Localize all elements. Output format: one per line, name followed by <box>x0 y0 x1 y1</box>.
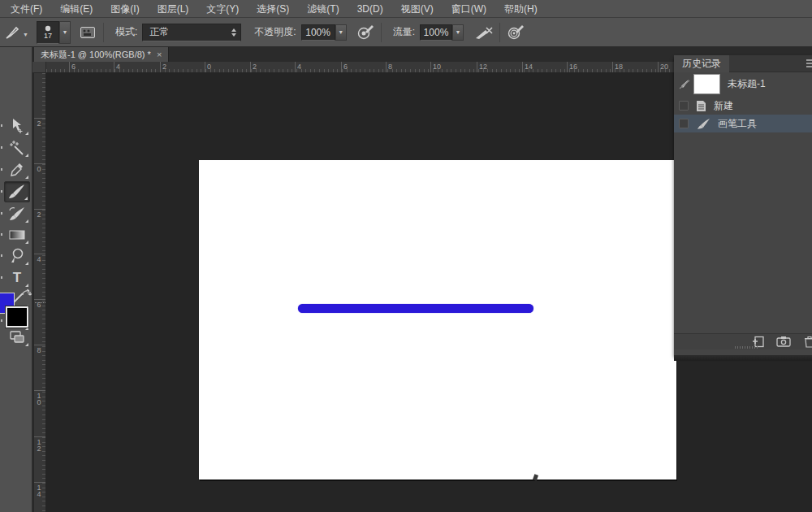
ruler-number: 14 <box>525 63 533 71</box>
ruler-tick <box>522 62 523 73</box>
menu-item-10[interactable]: 帮助(H) <box>495 0 546 18</box>
menu-item-2[interactable]: 图像(I) <box>102 0 148 18</box>
dodge-tool[interactable] <box>4 245 30 267</box>
pressure-opacity-icon[interactable] <box>355 22 376 43</box>
ruler-number: 2 <box>36 211 42 218</box>
ruler-number: 10 <box>433 63 441 71</box>
pressure-size-icon[interactable] <box>505 22 526 43</box>
move-tool[interactable] <box>4 115 30 137</box>
photoshop-window: 文件(F)编辑(E)图像(I)图层(L)文字(Y)选择(S)滤镜(T)3D(D)… <box>0 0 812 512</box>
tool-slot-dot <box>1 319 2 322</box>
brush-preset-picker[interactable]: 17 <box>37 21 59 44</box>
screen-mode-icon[interactable] <box>4 327 30 348</box>
history-entry-label: 画笔工具 <box>718 117 757 131</box>
brush-size-value: 17 <box>44 33 52 40</box>
tool-preset-brush-icon[interactable] <box>2 22 23 43</box>
options-separator <box>103 23 104 42</box>
document-canvas[interactable] <box>199 160 676 479</box>
ruler-tick <box>160 62 161 73</box>
ruler-tick <box>295 62 296 73</box>
flow-input[interactable]: 100% <box>420 24 452 41</box>
tool-slot-dot <box>1 168 2 171</box>
snapshot-thumbnail <box>693 74 720 94</box>
tool-group-corner <box>24 197 28 200</box>
ruler-tick <box>34 254 46 254</box>
history-entry-0[interactable]: 未标题-1 <box>674 72 812 97</box>
new-document-from-state-icon[interactable] <box>752 336 765 351</box>
ruler-tick <box>386 62 387 73</box>
history-source-checkbox[interactable] <box>679 119 689 128</box>
ruler-tick <box>477 62 477 73</box>
panel-shadow <box>674 355 812 361</box>
history-panel: 历史记录 未标题-1新建画笔工具 <box>674 55 812 355</box>
tool-slot-dot <box>1 146 2 149</box>
eyedropper-tool[interactable] <box>4 159 30 180</box>
history-panel-tab[interactable]: 历史记录 <box>674 55 729 72</box>
flow-arrow[interactable]: ▼ <box>452 24 464 41</box>
swap-colors-icon[interactable] <box>21 287 32 302</box>
menu-item-1[interactable]: 编辑(E) <box>51 0 102 18</box>
history-brush-tool[interactable] <box>4 203 30 224</box>
type-tool[interactable]: T <box>4 267 30 289</box>
ruler-tick <box>34 163 46 164</box>
ruler-number: 12 <box>479 63 487 71</box>
opacity-label: 不透明度: <box>254 25 296 39</box>
menu-item-9[interactable]: 窗口(W) <box>443 0 495 18</box>
menu-item-8[interactable]: 视图(V) <box>392 0 443 18</box>
ruler-tick <box>34 390 46 391</box>
panel-resize-grip[interactable] <box>735 346 758 349</box>
toggle-brush-panel-icon[interactable] <box>77 22 98 43</box>
magic-wand-tool[interactable] <box>4 137 30 158</box>
ruler-tick <box>34 118 46 119</box>
blend-mode-value: 正常 <box>149 25 169 39</box>
brush-tool[interactable] <box>4 181 30 202</box>
ruler-tick <box>34 436 46 437</box>
ruler-tick <box>250 62 251 73</box>
history-panel-header: 历史记录 <box>674 55 812 72</box>
flow-label: 流量: <box>393 25 415 39</box>
menu-item-0[interactable]: 文件(F) <box>2 0 51 18</box>
ruler-tick <box>430 62 431 73</box>
ruler-number: 6 <box>71 63 76 71</box>
ruler-number: 6 <box>36 302 42 308</box>
menu-item-3[interactable]: 图层(L) <box>149 0 198 18</box>
menu-item-6[interactable]: 滤镜(T) <box>298 0 348 18</box>
ruler-number: 16 <box>569 63 577 71</box>
blend-mode-select[interactable]: 正常 <box>142 24 241 41</box>
history-entry-1[interactable]: 新建 <box>674 97 812 115</box>
menu-item-5[interactable]: 选择(S) <box>248 0 298 18</box>
tool-slot-dot <box>1 276 2 279</box>
menu-item-4[interactable]: 文字(Y) <box>197 0 248 18</box>
ruler-tick <box>114 62 114 73</box>
menu-item-7[interactable]: 3D(D) <box>348 0 392 18</box>
options-separator <box>381 23 382 42</box>
brush-picker-arrow[interactable]: ▼ <box>59 21 71 44</box>
history-entry-2[interactable]: 画笔工具 <box>674 115 812 132</box>
panel-menu-icon[interactable] <box>806 59 812 68</box>
history-entry-label: 未标题-1 <box>728 77 766 91</box>
ruler-number: 2 <box>253 63 257 71</box>
tab-close-icon[interactable]: × <box>157 50 162 59</box>
tool-group-corner <box>25 132 28 135</box>
history-source-icon[interactable] <box>678 79 691 90</box>
document-tab-title: 未标题-1 @ 100%(RGB/8) * <box>41 49 151 61</box>
tool-preset-arrow-icon[interactable]: ▼ <box>23 32 28 37</box>
background-color-swatch[interactable] <box>6 306 28 328</box>
new-snapshot-camera-icon[interactable] <box>776 336 791 350</box>
delete-state-trash-icon[interactable] <box>804 336 812 351</box>
ruler-tick <box>341 62 342 73</box>
ruler-tick <box>567 62 568 73</box>
opacity-input[interactable]: 100% <box>301 24 335 41</box>
tool-group-corner <box>25 219 28 223</box>
blend-mode-arrows-icon <box>231 28 236 37</box>
history-source-checkbox[interactable] <box>679 101 689 111</box>
blue-brush-stroke <box>298 304 533 313</box>
document-tab[interactable]: 未标题-1 @ 100%(RGB/8) * × <box>34 47 169 62</box>
opacity-arrow[interactable]: ▼ <box>335 24 347 41</box>
gradient-tool[interactable] <box>4 224 30 245</box>
ruler-origin-corner[interactable] <box>32 62 46 73</box>
menu-bar: 文件(F)编辑(E)图像(I)图层(L)文字(Y)选择(S)滤镜(T)3D(D)… <box>0 0 812 18</box>
ruler-number: 8 <box>388 63 392 71</box>
ruler-number: 0 <box>207 63 211 71</box>
airbrush-toggle-icon[interactable] <box>473 22 495 43</box>
